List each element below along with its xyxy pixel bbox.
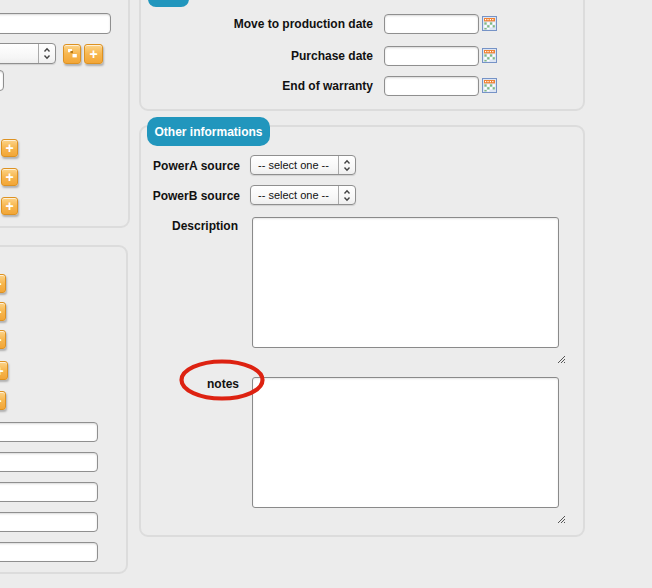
power-a-source-label: PowerA source (139, 159, 240, 173)
chevron-up-down-icon (338, 156, 355, 174)
cut-button-5[interactable]: + (0, 391, 6, 410)
description-textarea[interactable] (252, 217, 559, 348)
sidebar-field-5[interactable] (0, 542, 98, 562)
power-b-source-select-value: -- select one -- (251, 189, 338, 201)
power-b-source-select[interactable]: -- select one -- (250, 185, 356, 205)
resize-grip-icon[interactable] (557, 350, 566, 368)
purchase-date-label: Purchase date (139, 49, 373, 63)
sidebar-top-input[interactable] (0, 13, 111, 34)
sidebar-partial-input[interactable] (0, 70, 4, 91)
sidebar-type-select[interactable] (0, 43, 56, 64)
hierarchy-icon (66, 47, 78, 61)
sidebar-field-2[interactable] (0, 452, 98, 472)
move-to-production-date-label: Move to production date (139, 17, 373, 31)
calendar-icon[interactable] (482, 16, 497, 35)
add-row-button-1[interactable]: + (1, 139, 18, 157)
power-b-source-label: PowerB source (139, 189, 240, 203)
asset-edit-form: { "theme": { "background": "#ececec", "p… (0, 0, 652, 588)
add-row-button-3[interactable]: + (1, 197, 18, 215)
notes-textarea[interactable] (252, 377, 559, 508)
cut-button-2[interactable]: + (0, 302, 6, 321)
calendar-icon[interactable] (482, 48, 497, 67)
other-informations-header: Other informations (147, 117, 270, 146)
chevron-up-down-icon (338, 186, 355, 204)
power-a-source-select[interactable]: -- select one -- (250, 155, 356, 175)
description-label: Description (139, 219, 238, 233)
cut-button-4[interactable]: + (0, 361, 8, 380)
power-a-source-select-value: -- select one -- (251, 159, 338, 171)
sidebar-panel-top (0, 0, 130, 228)
sidebar-field-1[interactable] (0, 422, 98, 442)
cut-button-1[interactable]: + (0, 274, 6, 293)
resize-grip-icon[interactable] (557, 510, 566, 528)
end-of-warranty-input[interactable] (384, 76, 479, 96)
add-button-top[interactable]: + (84, 44, 103, 64)
calendar-icon[interactable] (482, 78, 497, 97)
dates-panel-tab (148, 0, 189, 7)
purchase-date-input[interactable] (384, 46, 479, 66)
cut-button-3[interactable]: + (0, 330, 6, 349)
sidebar-field-3[interactable] (0, 482, 98, 502)
add-row-button-2[interactable]: + (1, 168, 18, 186)
move-to-production-date-input[interactable] (384, 14, 479, 34)
sidebar-field-4[interactable] (0, 512, 98, 532)
end-of-warranty-label: End of warranty (139, 79, 373, 93)
notes-label: notes (139, 377, 239, 391)
chevron-up-down-icon (38, 44, 55, 63)
link-parent-button[interactable] (63, 44, 81, 64)
